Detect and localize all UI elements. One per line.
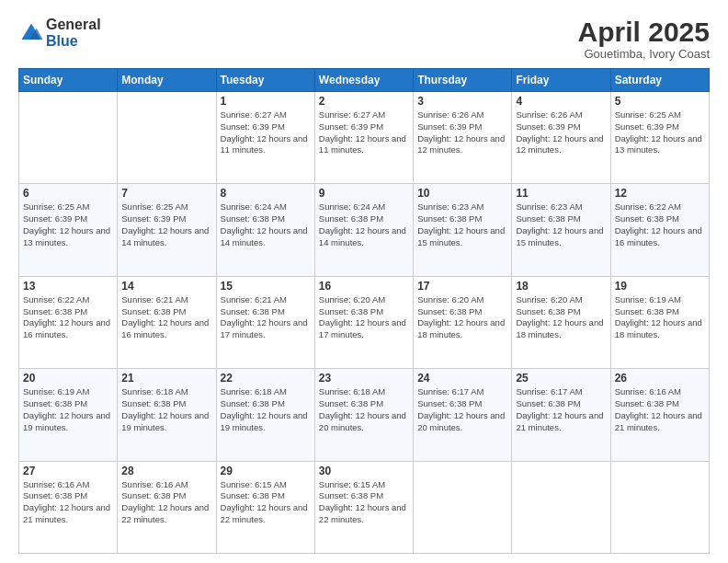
day-number: 25 [516, 372, 606, 385]
day-info: Sunrise: 6:26 AM Sunset: 6:39 PM Dayligh… [417, 109, 507, 156]
calendar-cell: 1Sunrise: 6:27 AM Sunset: 6:39 PM Daylig… [216, 92, 314, 184]
day-number: 18 [516, 280, 606, 293]
day-number: 11 [516, 187, 606, 200]
calendar-week-row: 13Sunrise: 6:22 AM Sunset: 6:38 PM Dayli… [19, 276, 710, 368]
day-info: Sunrise: 6:23 AM Sunset: 6:38 PM Dayligh… [417, 201, 507, 248]
calendar-cell: 29Sunrise: 6:15 AM Sunset: 6:38 PM Dayli… [216, 461, 314, 553]
calendar-cell: 27Sunrise: 6:16 AM Sunset: 6:38 PM Dayli… [19, 461, 118, 553]
calendar-cell: 17Sunrise: 6:20 AM Sunset: 6:38 PM Dayli… [414, 276, 512, 368]
day-info: Sunrise: 6:27 AM Sunset: 6:39 PM Dayligh… [221, 109, 311, 156]
calendar-week-row: 6Sunrise: 6:25 AM Sunset: 6:39 PM Daylig… [19, 184, 710, 276]
calendar-cell: 24Sunrise: 6:17 AM Sunset: 6:38 PM Dayli… [414, 369, 512, 461]
day-number: 26 [615, 372, 705, 385]
calendar-week-row: 27Sunrise: 6:16 AM Sunset: 6:38 PM Dayli… [19, 461, 710, 553]
day-number: 6 [23, 187, 113, 200]
calendar-cell: 25Sunrise: 6:17 AM Sunset: 6:38 PM Dayli… [512, 369, 610, 461]
day-info: Sunrise: 6:18 AM Sunset: 6:38 PM Dayligh… [121, 386, 211, 433]
day-info: Sunrise: 6:18 AM Sunset: 6:38 PM Dayligh… [319, 386, 409, 433]
day-info: Sunrise: 6:22 AM Sunset: 6:38 PM Dayligh… [615, 201, 705, 248]
day-info: Sunrise: 6:18 AM Sunset: 6:38 PM Dayligh… [221, 386, 311, 433]
day-number: 27 [23, 465, 113, 477]
day-info: Sunrise: 6:16 AM Sunset: 6:38 PM Dayligh… [615, 386, 705, 433]
day-number: 8 [221, 187, 311, 200]
day-info: Sunrise: 6:26 AM Sunset: 6:39 PM Dayligh… [516, 109, 606, 156]
day-info: Sunrise: 6:25 AM Sunset: 6:39 PM Dayligh… [615, 109, 705, 156]
calendar-cell: 11Sunrise: 6:23 AM Sunset: 6:38 PM Dayli… [512, 184, 610, 276]
day-info: Sunrise: 6:24 AM Sunset: 6:38 PM Dayligh… [319, 201, 409, 248]
calendar-cell: 28Sunrise: 6:16 AM Sunset: 6:38 PM Dayli… [118, 461, 216, 553]
day-info: Sunrise: 6:21 AM Sunset: 6:38 PM Dayligh… [121, 294, 211, 341]
logo-general-text: General [46, 17, 101, 33]
day-info: Sunrise: 6:20 AM Sunset: 6:38 PM Dayligh… [516, 294, 606, 341]
calendar-cell: 22Sunrise: 6:18 AM Sunset: 6:38 PM Dayli… [216, 369, 314, 461]
calendar-week-row: 20Sunrise: 6:19 AM Sunset: 6:38 PM Dayli… [19, 369, 710, 461]
subtitle: Gouetimba, Ivory Coast [578, 47, 710, 61]
day-info: Sunrise: 6:25 AM Sunset: 6:39 PM Dayligh… [121, 201, 211, 248]
day-number: 28 [121, 465, 211, 477]
day-info: Sunrise: 6:17 AM Sunset: 6:38 PM Dayligh… [417, 386, 507, 433]
day-number: 17 [417, 280, 507, 293]
day-info: Sunrise: 6:27 AM Sunset: 6:39 PM Dayligh… [319, 109, 409, 156]
day-number: 22 [221, 372, 311, 385]
calendar-cell: 4Sunrise: 6:26 AM Sunset: 6:39 PM Daylig… [512, 92, 610, 184]
day-number: 29 [221, 465, 311, 477]
calendar-cell: 9Sunrise: 6:24 AM Sunset: 6:38 PM Daylig… [314, 184, 413, 276]
calendar-cell: 5Sunrise: 6:25 AM Sunset: 6:39 PM Daylig… [610, 92, 709, 184]
day-info: Sunrise: 6:19 AM Sunset: 6:38 PM Dayligh… [23, 386, 113, 433]
calendar-cell [610, 461, 709, 553]
day-number: 7 [121, 187, 211, 200]
logo-blue-text: Blue [46, 33, 101, 50]
calendar-header-row: SundayMondayTuesdayWednesdayThursdayFrid… [19, 69, 710, 92]
calendar-cell: 23Sunrise: 6:18 AM Sunset: 6:38 PM Dayli… [314, 369, 413, 461]
calendar-cell: 19Sunrise: 6:19 AM Sunset: 6:38 PM Dayli… [610, 276, 709, 368]
day-info: Sunrise: 6:19 AM Sunset: 6:38 PM Dayligh… [615, 294, 705, 341]
day-number: 4 [516, 95, 606, 108]
calendar-cell: 15Sunrise: 6:21 AM Sunset: 6:38 PM Dayli… [216, 276, 314, 368]
calendar-cell: 7Sunrise: 6:25 AM Sunset: 6:39 PM Daylig… [118, 184, 216, 276]
day-number: 20 [23, 372, 113, 385]
day-number: 12 [615, 187, 705, 200]
calendar-cell: 18Sunrise: 6:20 AM Sunset: 6:38 PM Dayli… [512, 276, 610, 368]
day-info: Sunrise: 6:20 AM Sunset: 6:38 PM Dayligh… [319, 294, 409, 341]
day-info: Sunrise: 6:16 AM Sunset: 6:38 PM Dayligh… [23, 479, 113, 526]
day-info: Sunrise: 6:17 AM Sunset: 6:38 PM Dayligh… [516, 386, 606, 433]
calendar-cell [19, 92, 118, 184]
day-number: 9 [319, 187, 409, 200]
day-number: 30 [319, 465, 409, 477]
day-number: 16 [319, 280, 409, 293]
calendar-cell [118, 92, 216, 184]
calendar-header-thursday: Thursday [414, 69, 512, 92]
calendar-cell: 10Sunrise: 6:23 AM Sunset: 6:38 PM Dayli… [414, 184, 512, 276]
logo: General Blue [18, 17, 101, 49]
day-info: Sunrise: 6:16 AM Sunset: 6:38 PM Dayligh… [121, 479, 211, 526]
day-number: 14 [121, 280, 211, 293]
calendar-cell: 12Sunrise: 6:22 AM Sunset: 6:38 PM Dayli… [610, 184, 709, 276]
calendar-cell: 14Sunrise: 6:21 AM Sunset: 6:38 PM Dayli… [118, 276, 216, 368]
calendar-cell: 21Sunrise: 6:18 AM Sunset: 6:38 PM Dayli… [118, 369, 216, 461]
calendar-cell: 30Sunrise: 6:15 AM Sunset: 6:38 PM Dayli… [314, 461, 413, 553]
day-info: Sunrise: 6:22 AM Sunset: 6:38 PM Dayligh… [23, 294, 113, 341]
calendar-cell: 16Sunrise: 6:20 AM Sunset: 6:38 PM Dayli… [314, 276, 413, 368]
day-info: Sunrise: 6:15 AM Sunset: 6:38 PM Dayligh… [221, 479, 311, 526]
day-number: 5 [615, 95, 705, 108]
day-info: Sunrise: 6:20 AM Sunset: 6:38 PM Dayligh… [417, 294, 507, 341]
day-info: Sunrise: 6:15 AM Sunset: 6:38 PM Dayligh… [319, 479, 409, 526]
calendar-header-saturday: Saturday [610, 69, 709, 92]
day-number: 1 [221, 95, 311, 108]
calendar-cell: 26Sunrise: 6:16 AM Sunset: 6:38 PM Dayli… [610, 369, 709, 461]
day-info: Sunrise: 6:25 AM Sunset: 6:39 PM Dayligh… [23, 201, 113, 248]
day-number: 21 [121, 372, 211, 385]
calendar-cell: 8Sunrise: 6:24 AM Sunset: 6:38 PM Daylig… [216, 184, 314, 276]
calendar-cell [512, 461, 610, 553]
day-number: 23 [319, 372, 409, 385]
calendar: SundayMondayTuesdayWednesdayThursdayFrid… [18, 68, 710, 554]
calendar-cell: 6Sunrise: 6:25 AM Sunset: 6:39 PM Daylig… [19, 184, 118, 276]
day-info: Sunrise: 6:23 AM Sunset: 6:38 PM Dayligh… [516, 201, 606, 248]
calendar-header-friday: Friday [512, 69, 610, 92]
main-title: April 2025 [578, 17, 710, 47]
day-info: Sunrise: 6:21 AM Sunset: 6:38 PM Dayligh… [221, 294, 311, 341]
calendar-cell: 20Sunrise: 6:19 AM Sunset: 6:38 PM Dayli… [19, 369, 118, 461]
day-number: 24 [417, 372, 507, 385]
calendar-header-sunday: Sunday [19, 69, 118, 92]
calendar-header-wednesday: Wednesday [314, 69, 413, 92]
